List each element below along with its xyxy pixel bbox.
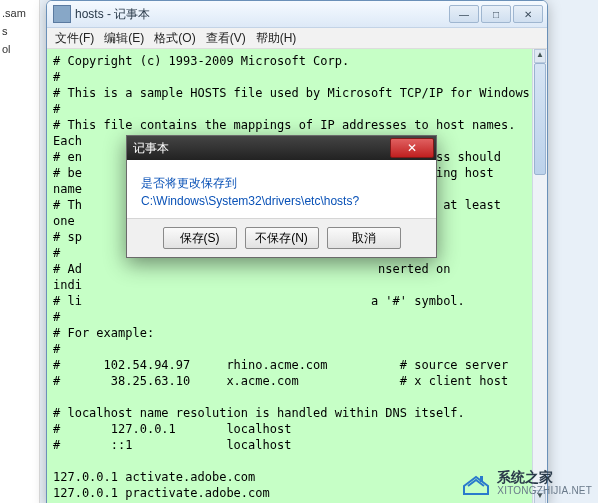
watermark: 系统之家 XITONGZHIJIA.NET: [461, 471, 592, 497]
window-title: hosts - 记事本: [75, 6, 447, 23]
file-list-line: s: [2, 22, 37, 40]
watermark-cn: 系统之家: [497, 471, 592, 484]
dialog-close-button[interactable]: ✕: [390, 138, 434, 158]
dialog-body: 是否将更改保存到 C:\Windows\System32\drivers\etc…: [127, 160, 436, 218]
dialog-buttons: 保存(S) 不保存(N) 取消: [127, 218, 436, 257]
maximize-button[interactable]: □: [481, 5, 511, 23]
titlebar[interactable]: hosts - 记事本 — □ ✕: [47, 1, 547, 28]
menu-file[interactable]: 文件(F): [51, 29, 98, 48]
menu-help[interactable]: 帮助(H): [252, 29, 301, 48]
vertical-scrollbar[interactable]: ▲ ▼: [532, 49, 547, 503]
menubar: 文件(F) 编辑(E) 格式(O) 查看(V) 帮助(H): [47, 28, 547, 49]
window-buttons: — □ ✕: [447, 5, 543, 23]
app-icon: [53, 5, 71, 23]
editor-text[interactable]: # Copyright (c) 1993-2009 Microsoft Corp…: [47, 49, 533, 503]
svg-rect-0: [480, 476, 483, 482]
menu-format[interactable]: 格式(O): [150, 29, 199, 48]
dialog-message-line2: C:\Windows\System32\drivers\etc\hosts?: [141, 192, 422, 210]
dialog-message-line1: 是否将更改保存到: [141, 174, 422, 192]
no-save-button[interactable]: 不保存(N): [245, 227, 319, 249]
file-list-panel: .sam s ol: [0, 0, 40, 503]
close-button[interactable]: ✕: [513, 5, 543, 23]
scroll-up-arrow[interactable]: ▲: [534, 49, 546, 63]
file-list-line: .sam: [2, 4, 37, 22]
save-confirm-dialog: 记事本 ✕ 是否将更改保存到 C:\Windows\System32\drive…: [126, 135, 437, 258]
cancel-button[interactable]: 取消: [327, 227, 401, 249]
watermark-url: XITONGZHIJIA.NET: [497, 484, 592, 497]
menu-edit[interactable]: 编辑(E): [100, 29, 148, 48]
watermark-logo-icon: [461, 472, 491, 496]
editor-area: # Copyright (c) 1993-2009 Microsoft Corp…: [47, 49, 547, 503]
menu-view[interactable]: 查看(V): [202, 29, 250, 48]
dialog-title: 记事本: [133, 140, 390, 157]
close-icon: ✕: [407, 141, 417, 155]
watermark-text: 系统之家 XITONGZHIJIA.NET: [497, 471, 592, 497]
dialog-titlebar[interactable]: 记事本 ✕: [127, 136, 436, 160]
save-button[interactable]: 保存(S): [163, 227, 237, 249]
minimize-button[interactable]: —: [449, 5, 479, 23]
scroll-thumb[interactable]: [534, 63, 546, 175]
file-list-line: ol: [2, 40, 37, 58]
